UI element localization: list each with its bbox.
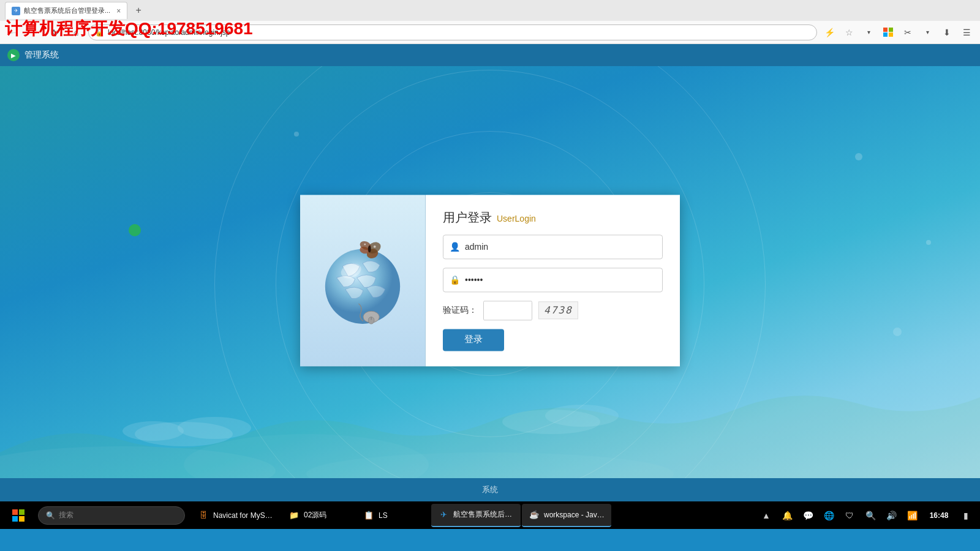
taskbar-search-icon: 🔍 [46,511,55,520]
main-area: 用户登录 UserLogin 👤 🔒 验证码： 4738 登录 [0,66,980,501]
address-bar-row: ← → ↻ ⌂ 🔒 localhost:8080/kepiao/admin/lo… [0,21,980,44]
taskbar-item-ls[interactable]: 📋 LS [356,504,430,527]
url-display: localhost:8080/kepiao/admin/login.jsp [108,28,230,37]
download-icon[interactable]: ⬇ [938,24,956,41]
login-title-zh: 用户登录 [443,209,492,226]
login-title-en: UserLogin [497,214,536,223]
windows-logo [12,509,24,522]
svg-point-5 [123,421,184,441]
tray-icon-search[interactable]: 🔍 [861,504,880,527]
microsoft-icon[interactable] [880,24,897,41]
tab-close-button[interactable]: × [116,7,121,15]
win-logo-blue [12,516,18,522]
taskbar-item-code[interactable]: 📁 02源码 [282,504,355,527]
menu-button[interactable]: ☰ [958,24,975,41]
browser-chrome: 计算机程序开发QQ:1978519681 ✈ 航空售票系统后台管理登录... ×… [0,0,980,66]
taskbar-browser-icon: ✈ [437,509,450,521]
footer-bar: 系统 [0,478,980,501]
password-field-wrapper: 🔒 [443,268,663,292]
taskbar-navicat-icon: 🗄 [197,509,209,522]
star-icon[interactable]: ☆ [840,24,858,41]
login-button[interactable]: 登录 [443,329,504,351]
tray-network-icon[interactable]: 📶 [903,504,921,527]
cursor-dot [129,224,141,236]
taskbar: 🔍 搜索 🗄 Navicat for MySQL 📁 02源码 📋 LS ✈ 航… [0,501,980,529]
password-input[interactable] [465,275,656,285]
tray-icon-1[interactable]: 🔔 [778,504,796,527]
svg-point-7 [545,405,619,427]
footer-text: 系统 [482,484,498,495]
lock-icon: 🔒 [450,275,460,285]
captcha-label: 验证码： [443,305,477,316]
taskbar-search[interactable]: 🔍 搜索 [38,506,185,525]
taskbar-java-label: workspace - Java ... [544,511,605,519]
landscape-svg [0,361,980,483]
taskbar-code-label: 02源码 [304,510,326,520]
taskbar-ls-icon: 📋 [363,509,375,522]
taskbar-search-placeholder: 搜索 [59,510,74,520]
tab-bar: ✈ 航空售票系统后台管理登录... × + [0,0,980,21]
tray-arrow-icon[interactable]: ▲ [757,504,775,527]
start-button[interactable] [5,504,32,527]
forward-button[interactable]: → [26,24,43,41]
new-tab-button[interactable]: + [130,2,147,19]
tray-icon-3[interactable]: 🌐 [820,504,838,527]
captcha-row: 验证码： 4738 [443,301,663,320]
globe-svg [317,231,409,329]
svg-point-4 [178,417,251,439]
star-dropdown-button[interactable]: ▾ [860,24,877,41]
captcha-input[interactable] [483,301,532,320]
tab-title: 航空售票系统后台管理登录... [24,6,110,15]
win-logo-green [19,509,24,515]
svg-point-8 [325,249,400,323]
show-desktop-icon[interactable]: ▮ [957,504,975,527]
svg-point-18 [364,243,366,245]
address-box[interactable]: 🔒 localhost:8080/kepiao/admin/login.jsp [88,24,817,40]
login-card-left [300,195,426,366]
login-card-right: 用户登录 UserLogin 👤 🔒 验证码： 4738 登录 [426,195,680,366]
login-title: 用户登录 UserLogin [443,209,663,226]
home-button[interactable]: ⌂ [67,24,85,41]
scissors-icon[interactable]: ✂ [899,24,916,41]
refresh-button[interactable]: ↻ [47,24,64,41]
user-icon: 👤 [450,242,460,252]
svg-point-19 [368,245,371,252]
username-field-wrapper: 👤 [443,234,663,259]
tab-favicon: ✈ [12,7,20,15]
active-tab[interactable]: ✈ 航空售票系统后台管理登录... × [5,2,127,19]
toolbar-icons: ⚡ ☆ ▾ ✂ ▾ ⬇ ☰ [821,24,975,41]
globe-illustration [311,219,415,342]
taskbar-right: ▲ 🔔 💬 🌐 🛡 🔍 🔊 📶 16:48 ▮ [757,504,975,527]
taskbar-clock[interactable]: 16:48 [924,504,954,527]
svg-point-17 [374,245,376,247]
username-input[interactable] [465,242,656,252]
back-button[interactable]: ← [5,24,22,41]
win-logo-yellow [19,516,24,522]
lightning-icon[interactable]: ⚡ [821,24,838,41]
scissors-dropdown-button[interactable]: ▾ [919,24,936,41]
captcha-code[interactable]: 4738 [538,301,578,319]
taskbar-item-browser[interactable]: ✈ 航空售票系统后台管... [431,504,521,527]
taskbar-code-icon: 📁 [288,509,300,522]
nav-logo: ▶ [7,49,20,61]
tray-speaker-icon[interactable]: 🔊 [882,504,900,527]
time-display: 16:48 [930,511,949,520]
login-card: 用户登录 UserLogin 👤 🔒 验证码： 4738 登录 [300,195,680,366]
taskbar-item-navicat[interactable]: 🗄 Navicat for MySQL [191,504,281,527]
tray-icon-2[interactable]: 💬 [799,504,817,527]
taskbar-navicat-label: Navicat for MySQL [213,511,274,520]
taskbar-java-icon: ☕ [528,509,540,521]
nav-title: 管理系统 [24,50,59,61]
tray-icon-4[interactable]: 🛡 [840,504,859,527]
win-logo-red [12,509,18,515]
taskbar-item-java[interactable]: ☕ workspace - Java ... [522,504,611,527]
taskbar-browser-label: 航空售票系统后台管... [453,509,514,520]
taskbar-ls-label: LS [379,511,388,520]
nav-bar: ▶ 管理系统 [0,44,980,66]
